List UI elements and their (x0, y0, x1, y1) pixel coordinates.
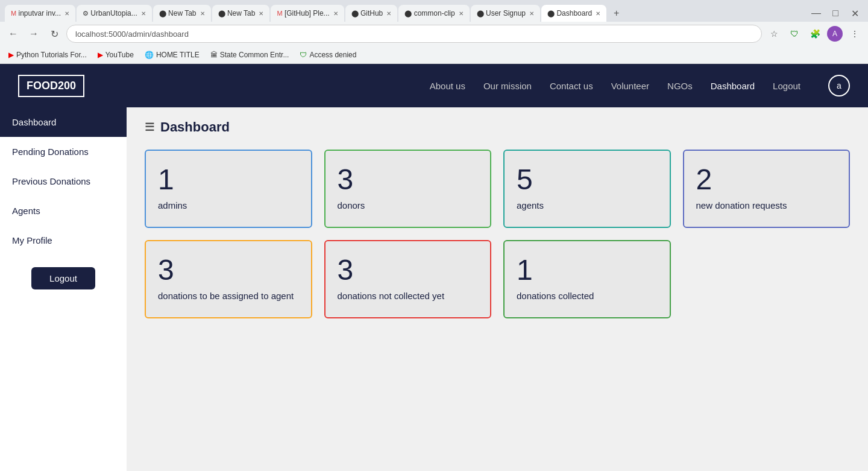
sidebar-item-previous-donations[interactable]: Previous Donations (0, 166, 127, 196)
globe-icon: 🌐 (145, 51, 154, 59)
stat-not-collected-label: donations not collected yet (338, 289, 479, 302)
nav-ngos[interactable]: NGOs (667, 81, 693, 91)
stat-to-assign: 3 donations to be assigned to agent (145, 240, 312, 318)
hamburger-icon[interactable]: ☰ (145, 121, 154, 134)
stat-to-assign-label: donations to be assigned to agent (158, 289, 299, 302)
tab-github[interactable]: ⬤ GitHub ✕ (345, 5, 398, 22)
reload-button[interactable]: ↻ (46, 25, 63, 42)
tab-urbanutopia[interactable]: ⚙ UrbanUtopia... ✕ (77, 5, 152, 22)
nav-contact-us[interactable]: Contact us (550, 81, 593, 91)
shield-access-icon: 🛡 (300, 51, 307, 59)
forward-button[interactable]: → (25, 25, 42, 42)
stat-not-collected-number: 3 (338, 256, 479, 285)
tab-close-github[interactable]: ✕ (386, 10, 391, 17)
nav-dashboard[interactable]: Dashboard (711, 81, 755, 91)
stat-agents-label: agents (517, 199, 658, 212)
close-window-button[interactable]: ✕ (846, 5, 863, 22)
tab-newtab2[interactable]: ⬤ New Tab ✕ (212, 5, 270, 22)
stat-admins-label: admins (158, 199, 299, 212)
bookmark-python[interactable]: ▶ Python Tutorials For... (5, 49, 90, 60)
sidebar-item-pending-donations[interactable]: Pending Donations (0, 137, 127, 166)
address-bar[interactable]: localhost:5000/admin/dashboard (66, 25, 762, 43)
stat-admins: 1 admins (145, 150, 312, 228)
stat-collected-number: 1 (517, 256, 658, 285)
back-button[interactable]: ← (5, 25, 22, 42)
stat-donors: 3 donors (324, 150, 492, 228)
stat-new-donations-label: new donation requests (696, 199, 837, 212)
bookmark-home[interactable]: 🌐 HOME TITLE (141, 49, 203, 60)
stat-new-donations-number: 2 (696, 165, 837, 194)
tab-newtab1[interactable]: ⬤ New Tab ✕ (153, 5, 211, 22)
sidebar-item-dashboard[interactable]: Dashboard (0, 107, 127, 137)
tab-close-common-clip[interactable]: ✕ (459, 10, 464, 17)
tab-common-clip[interactable]: ⬤ common-clip ✕ (398, 5, 469, 22)
stat-new-donations: 2 new donation requests (683, 150, 851, 228)
stat-collected: 1 donations collected (503, 240, 671, 318)
logo: FOOD200 (18, 75, 84, 97)
sidebar-item-agents[interactable]: Agents (0, 196, 127, 226)
stat-donors-label: donors (338, 199, 479, 212)
nav-our-mission[interactable]: Our mission (483, 81, 532, 91)
main-content: ☰ Dashboard 1 admins 3 donors 5 age (127, 107, 868, 471)
tab-close-dashboard[interactable]: ✕ (596, 10, 600, 17)
profile-button[interactable]: A (827, 26, 843, 42)
minimize-button[interactable]: — (808, 5, 825, 22)
bookmark-button[interactable]: ☆ (766, 25, 782, 42)
bookmark-state[interactable]: 🏛 State Common Entr... (207, 49, 293, 60)
sidebar-item-my-profile[interactable]: My Profile (0, 226, 127, 255)
tab-close-newtab1[interactable]: ✕ (200, 10, 205, 17)
tab-close-urbanutopia[interactable]: ✕ (141, 10, 146, 17)
tab-close-github-ple[interactable]: ✕ (333, 10, 338, 17)
app-header: FOOD200 About us Our mission Contact us … (0, 64, 868, 107)
tab-close-newtab2[interactable]: ✕ (259, 10, 263, 17)
stat-not-collected: 3 donations not collected yet (324, 240, 492, 318)
state-icon: 🏛 (210, 51, 218, 59)
stat-agents-number: 5 (517, 165, 658, 194)
tab-close-user-signup[interactable]: ✕ (529, 10, 534, 17)
page-title-row: ☰ Dashboard (145, 119, 850, 135)
stat-admins-number: 1 (158, 165, 299, 194)
tab-github-ple[interactable]: M [GitHub] Ple... ✕ (271, 5, 344, 22)
tab-close-inputvar[interactable]: ✕ (64, 10, 69, 17)
tab-inputvar[interactable]: M inputvar inv... ✕ (5, 5, 75, 22)
stat-collected-label: donations collected (517, 289, 658, 302)
stat-donors-number: 3 (338, 165, 479, 194)
new-tab-button[interactable]: + (610, 8, 623, 19)
sidebar: Dashboard Pending Donations Previous Don… (0, 107, 127, 471)
main-nav: About us Our mission Contact us Voluntee… (430, 75, 850, 96)
youtube-icon: ▶ (8, 51, 14, 59)
tab-user-signup[interactable]: ⬤ User Signup ✕ (471, 5, 540, 22)
sidebar-logout-button[interactable]: Logout (31, 267, 95, 289)
nav-about-us[interactable]: About us (430, 81, 465, 91)
maximize-button[interactable]: □ (827, 5, 844, 22)
menu-button[interactable]: ⋮ (846, 25, 863, 42)
stats-row-1: 1 admins 3 donors 5 agents 2 new donatio… (145, 150, 850, 228)
nav-logout[interactable]: Logout (773, 81, 800, 91)
tab-dashboard[interactable]: ⬤ Dashboard ✕ (541, 5, 606, 22)
bookmark-access[interactable]: 🛡 Access denied (296, 49, 360, 60)
nav-volunteer[interactable]: Volunteer (611, 81, 649, 91)
stats-row-2: 3 donations to be assigned to agent 3 do… (145, 240, 850, 318)
shield-button[interactable]: 🛡 (786, 25, 803, 42)
extension-button[interactable]: 🧩 (807, 25, 823, 42)
page-title: Dashboard (160, 119, 230, 135)
user-avatar[interactable]: a (828, 75, 850, 96)
stat-to-assign-number: 3 (158, 256, 299, 285)
youtube-icon-2: ▶ (98, 51, 103, 59)
bookmark-youtube[interactable]: ▶ YouTube (94, 49, 137, 60)
stat-agents: 5 agents (503, 150, 671, 228)
